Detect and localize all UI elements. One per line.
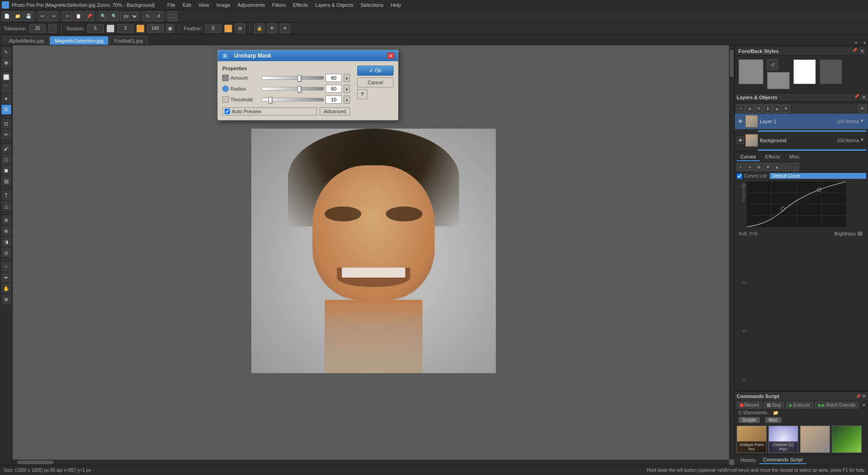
menu-adjustments[interactable]: Adjustments (234, 1, 269, 9)
layer-down[interactable]: ▼ (782, 105, 790, 113)
tension-input[interactable] (87, 24, 104, 33)
tool-move[interactable]: ✥ (1, 58, 11, 68)
dark-swatch[interactable] (820, 59, 842, 84)
unsharp-mask-dialog[interactable]: ⊞ Unsharp Mask ✕ Properties Amount (217, 50, 398, 120)
layers-pin[interactable]: 📌 (853, 94, 860, 101)
tool-lasso[interactable]: ⌒ (1, 83, 11, 93)
rotate-ccw-btn[interactable]: ↺ (153, 11, 163, 21)
opt-delete[interactable]: ✕ (280, 24, 290, 34)
tool-zoom[interactable]: ⊕ (1, 294, 11, 304)
menu-help[interactable]: Help (387, 1, 405, 9)
curve-delete[interactable]: ✕ (746, 163, 754, 171)
radius-up-btn[interactable]: ▲ (344, 85, 350, 93)
layer-delete[interactable]: ✕ (755, 105, 763, 113)
dialog-help-btn[interactable]: ? (357, 89, 367, 99)
amount-up-btn[interactable]: ▲ (344, 74, 350, 82)
curve-import[interactable]: ▼ (764, 163, 772, 171)
tab-curves[interactable]: Curves (737, 153, 760, 161)
curve-up[interactable]: ↑ (782, 163, 790, 171)
layer-visibility-icon-1[interactable]: 👁 (737, 118, 744, 125)
copy-btn[interactable]: 📋 (73, 11, 83, 21)
tension-swatch[interactable] (106, 24, 115, 33)
threshold-slider-container[interactable] (262, 96, 324, 103)
bottom-tab-history[interactable]: History (737, 456, 759, 464)
amount-slider-track[interactable] (262, 76, 324, 80)
tool-paintbrush[interactable]: 🖌 (1, 144, 11, 154)
cmd-record[interactable]: Record (737, 402, 762, 408)
tool-pen[interactable]: ✒ (1, 273, 11, 283)
undo-btn[interactable]: ↩ (38, 11, 48, 21)
menu-edit[interactable]: Edit (179, 1, 195, 9)
tool-eyedropper[interactable]: ✏ (1, 130, 11, 139)
curve-copy[interactable]: ⊕ (755, 163, 763, 171)
amount-slider-thumb[interactable] (297, 75, 301, 82)
bottom-tab-commands[interactable]: Commands Script (759, 456, 806, 464)
tool-crop[interactable]: ⊡ (1, 119, 11, 129)
curves-list-selected[interactable]: Default Curve (770, 173, 866, 179)
tool-rectangle-select[interactable]: ⬜ (1, 72, 11, 82)
tool-text[interactable]: T (1, 190, 11, 200)
tab-misc[interactable]: Misc. (786, 153, 805, 161)
canvas-scrollbar-v[interactable] (729, 45, 734, 460)
cmd-thumb-antique[interactable]: Antique Paint Pro (737, 426, 767, 453)
curve-down[interactable]: ↓ (791, 163, 799, 171)
tab-magneticselection[interactable]: MagneticSelection.jpg (50, 36, 109, 45)
open-btn[interactable]: 📁 (13, 11, 23, 21)
feather-swatch[interactable] (224, 24, 232, 33)
layer-dropdown-1[interactable]: ▼ (860, 118, 866, 125)
layer-merge[interactable]: ⬇ (764, 105, 772, 113)
tool-clone-stamp[interactable]: ⊕ (1, 215, 11, 225)
cmd-execute[interactable]: ▶ Execute (786, 402, 813, 408)
advanced-btn[interactable]: Advanced (320, 107, 350, 115)
canvas-scrollbar-h[interactable] (13, 460, 729, 465)
opt-check[interactable]: ▣ (166, 24, 174, 33)
radius-slider-thumb[interactable] (297, 86, 301, 92)
fullscreen-btn[interactable]: ⛶ (168, 11, 177, 21)
new-btn[interactable]: 📄 (2, 11, 12, 21)
tool-fill[interactable]: ◼ (1, 165, 11, 175)
tolerance-swatch[interactable] (48, 24, 57, 33)
tool-pointer[interactable]: ↖ (1, 47, 11, 57)
layer-visibility-icon-bg[interactable]: 👁 (737, 137, 744, 144)
tab-effects[interactable]: Effects (762, 153, 784, 161)
tool-shape[interactable]: △ (1, 201, 11, 211)
auto-preview-btn[interactable]: Auto Preview (222, 107, 317, 115)
auto-preview-checkbox[interactable] (225, 109, 230, 114)
tab-nav-right[interactable]: ► (862, 40, 868, 45)
back-swatch[interactable] (767, 72, 790, 89)
opt-eye[interactable]: 👁 (267, 24, 277, 34)
radius-slider-container[interactable] (262, 86, 324, 92)
tool-dodge[interactable]: ◑ (1, 237, 11, 247)
opt-lock[interactable]: 🔒 (254, 24, 264, 34)
zoom-in-btn[interactable]: 🔍 (98, 11, 108, 21)
save-btn[interactable]: 💾 (24, 11, 34, 21)
cmd-close[interactable]: ✕ (862, 403, 866, 408)
white-swatch[interactable] (793, 59, 816, 84)
curve-new[interactable]: + (737, 163, 745, 171)
tool-eraser[interactable]: ◻ (1, 154, 11, 164)
tool-blur[interactable]: ◎ (1, 248, 11, 258)
tab-alphamasks[interactable]: AlphaMasks.jpg (4, 36, 49, 45)
threshold-slider-track[interactable] (262, 98, 324, 101)
dialog-close-btn[interactable]: ✕ (387, 53, 394, 59)
threshold-slider-thumb[interactable] (269, 97, 272, 103)
radius-slider-track[interactable] (262, 87, 324, 91)
layers-close[interactable]: ✕ (862, 94, 866, 101)
tool-hand[interactable]: ✋ (1, 283, 11, 293)
cmd-folder-scripts[interactable]: Scripts (739, 417, 760, 423)
tab-football[interactable]: Football1.jpg (109, 36, 148, 45)
menu-filters[interactable]: Filters (269, 1, 289, 9)
fore-back-close[interactable]: ✕ (860, 48, 864, 54)
cmd-path-browse[interactable]: 📁 (773, 410, 778, 415)
tool-magnetic-select[interactable]: ⌘ (1, 105, 11, 115)
menu-selections[interactable]: Selections (357, 1, 387, 9)
menu-view[interactable]: View (195, 1, 213, 9)
dialog-cancel-btn[interactable]: Cancel (357, 77, 393, 87)
menu-image[interactable]: Image (213, 1, 234, 9)
dialog-ok-btn[interactable]: ✓ OK (357, 66, 393, 76)
layer-copy[interactable]: ⊕ (746, 105, 754, 113)
menu-effects[interactable]: Effects (289, 1, 312, 9)
opt-value3[interactable] (117, 24, 134, 33)
curve-export[interactable]: ▲ (773, 163, 781, 171)
layer-row-1[interactable]: 👁 Layer 1 100 Norma ▼ (735, 114, 868, 130)
